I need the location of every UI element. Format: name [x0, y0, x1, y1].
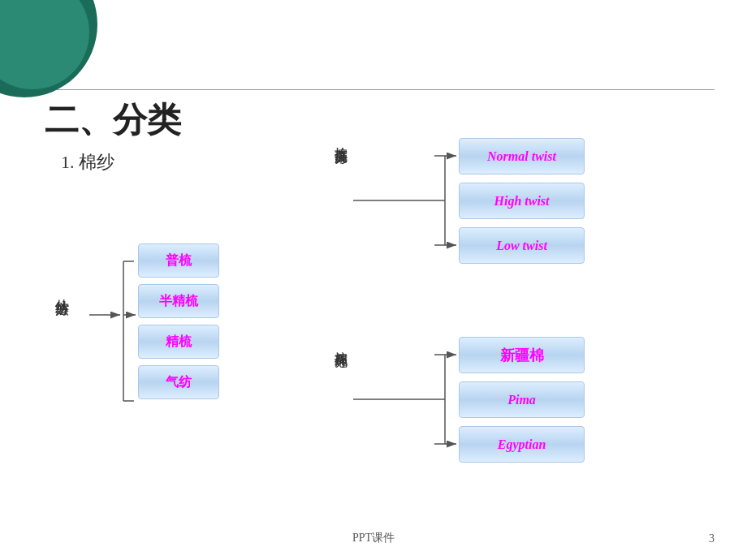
footer-text: PPT课件 — [0, 531, 747, 545]
box-normal-twist: Normal twist — [459, 138, 585, 174]
box-low-twist: Low twist — [459, 227, 585, 264]
box-xinjiang: 新疆棉 — [459, 337, 585, 373]
page-title: 二、分类 — [45, 97, 181, 143]
mid-label-top: 按捻度高低来分 — [329, 136, 352, 142]
box-egyptian: Egyptian — [459, 426, 585, 463]
right-boxes-twist: Normal twist High twist Low twist — [459, 138, 585, 264]
arrows-svg — [0, 0, 747, 560]
box-jingcao: 精梳 — [138, 325, 219, 359]
page-number: 3 — [709, 532, 715, 545]
divider-line — [32, 89, 715, 90]
left-method-label: 从纺纱方法 — [50, 288, 74, 292]
box-banjingcao: 半精梳 — [138, 284, 219, 318]
left-boxes-group: 普梳 半精梳 精梳 气纺 — [138, 243, 219, 399]
footer-center: PPT课件 — [352, 531, 395, 545]
box-qifang: 气纺 — [138, 365, 219, 399]
subtitle: 1. 棉纱 — [61, 150, 114, 174]
box-pima: Pima — [459, 381, 585, 418]
mid-label-bottom: 按棉花产地分 — [329, 341, 352, 346]
box-high-twist: High twist — [459, 183, 585, 219]
box-pucao: 普梳 — [138, 243, 219, 278]
right-boxes-origin: 新疆棉 Pima Egyptian — [459, 337, 585, 463]
